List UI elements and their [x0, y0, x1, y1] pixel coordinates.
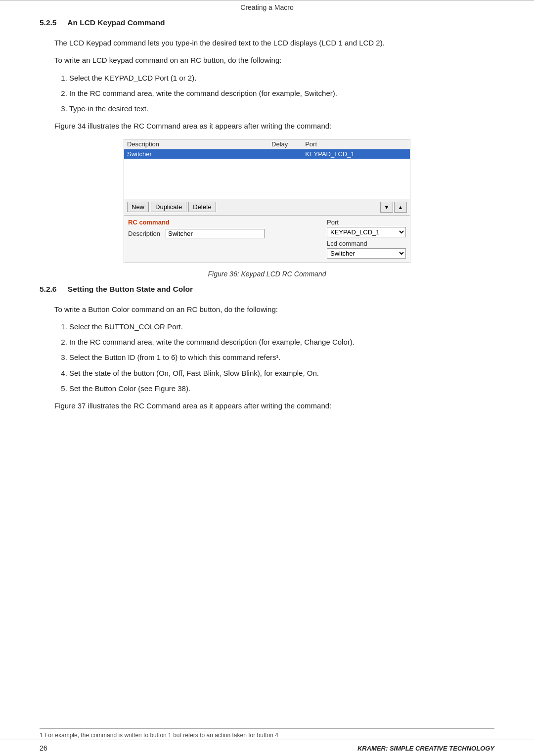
- list-item: Set the state of the button (On, Off, Fa…: [69, 367, 494, 379]
- page: Creating a Macro 5.2.5 An LCD Keypad Com…: [0, 0, 534, 756]
- section-526-para2: Figure 37 illustrates the RC Command are…: [54, 400, 494, 411]
- arrow-buttons: ▼ ▲: [380, 202, 407, 213]
- delete-button[interactable]: Delete: [188, 202, 216, 212]
- list-item: Select the BUTTON_COLOR Port.: [69, 321, 494, 332]
- col-header-delay: Delay: [254, 140, 305, 148]
- rc-port-row: Port KEYPAD_LCD_1: [327, 219, 406, 237]
- row-description: Switcher: [127, 150, 254, 158]
- spacer: [0, 578, 534, 728]
- rc-lcd-command-row: Lcd command Switcher: [327, 240, 406, 259]
- rc-description-label: Description: [128, 230, 162, 237]
- page-header: Creating a Macro: [0, 0, 534, 13]
- footer-brand: KRAMER: SIMPLE CREATIVE TECHNOLOGY: [357, 745, 494, 752]
- section-526-steps: Select the BUTTON_COLOR Port. In the RC …: [69, 321, 494, 394]
- page-footer: 26 KRAMER: SIMPLE CREATIVE TECHNOLOGY: [0, 740, 534, 756]
- footnote-text: 1 For example, the command is written to…: [40, 732, 278, 739]
- rc-lcd-command-select[interactable]: Switcher: [327, 248, 406, 259]
- list-item: Select the Button ID (from 1 to 6) to wh…: [69, 352, 494, 363]
- list-item: Type-in the desired text.: [69, 103, 494, 114]
- cmd-table-body: Switcher KEYPAD_LCD_1: [124, 149, 410, 199]
- list-item: Select the KEYPAD_LCD Port (1 or 2).: [69, 72, 494, 84]
- arrow-up-button[interactable]: ▲: [394, 202, 407, 213]
- duplicate-button[interactable]: Duplicate: [151, 202, 186, 212]
- row-port: KEYPAD_LCD_1: [305, 150, 407, 158]
- section-526-para1: To write a Button Color command on an RC…: [54, 304, 494, 315]
- row-delay: [254, 150, 305, 158]
- figure-36-box: Description Delay Port Switcher KEYPAD_L…: [124, 139, 410, 263]
- page-number: 26: [40, 744, 47, 752]
- col-header-port: Port: [305, 140, 407, 148]
- cmd-buttons-row: New Duplicate Delete ▼ ▲: [124, 199, 410, 215]
- table-row[interactable]: Switcher KEYPAD_LCD_1: [124, 149, 410, 159]
- rc-port-label: Port: [327, 219, 406, 226]
- section-525-steps: Select the KEYPAD_LCD Port (1 or 2). In …: [69, 72, 494, 115]
- content-area: 5.2.5 An LCD Keypad Command The LCD Keyp…: [0, 13, 534, 578]
- header-title: Creating a Macro: [240, 3, 293, 11]
- rc-description-row: Description: [128, 229, 327, 238]
- section-525-para1: The LCD Keypad command lets you type-in …: [54, 37, 494, 48]
- list-item: Set the Button Color (see Figure 38).: [69, 383, 494, 394]
- footnote-area: 1 For example, the command is written to…: [40, 728, 494, 740]
- list-item: In the RC command area, write the comman…: [69, 336, 494, 348]
- section-525-heading-row: 5.2.5 An LCD Keypad Command: [40, 18, 494, 32]
- rc-description-input[interactable]: [166, 229, 265, 238]
- section-526-heading: 5.2.6 Setting the Button State and Color: [40, 285, 193, 294]
- figure-36-caption: Figure 36: Keypad LCD RC Command: [40, 270, 494, 278]
- section-525-heading: 5.2.5 An LCD Keypad Command: [40, 18, 165, 27]
- col-header-description: Description: [127, 140, 254, 148]
- cmd-table-header: Description Delay Port: [124, 139, 410, 149]
- arrow-down-button[interactable]: ▼: [380, 202, 393, 213]
- section-525-para2: To write an LCD keypad command on an RC …: [54, 54, 494, 66]
- rc-right-section: Port KEYPAD_LCD_1 Lcd command Switcher: [327, 219, 406, 259]
- list-item: In the RC command area, write the comman…: [69, 88, 494, 99]
- rc-command-section: RC command Description Port KEYPAD_LCD_1: [124, 215, 410, 263]
- rc-lcd-command-label: Lcd command: [327, 240, 406, 247]
- section-525-para3: Figure 34 illustrates the RC Command are…: [54, 120, 494, 132]
- section-526-heading-row: 5.2.6 Setting the Button State and Color: [40, 285, 494, 299]
- new-button[interactable]: New: [127, 202, 149, 212]
- rc-port-select[interactable]: KEYPAD_LCD_1: [327, 227, 406, 237]
- rc-section-title: RC command: [128, 219, 327, 226]
